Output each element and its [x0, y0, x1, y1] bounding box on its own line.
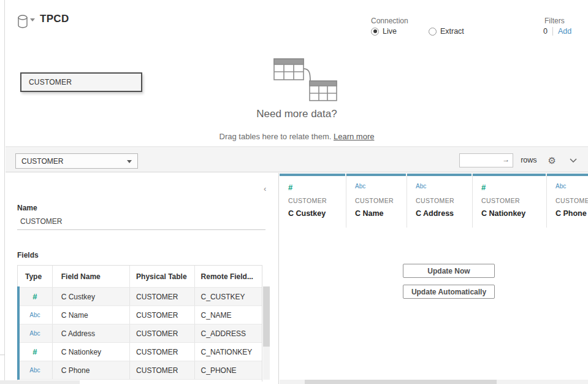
table-row[interactable]: # C Nationkey CUSTOMER C_NATIONKEY: [18, 342, 262, 361]
string-type-icon: Abc: [556, 183, 566, 190]
grid-horizontal-scrollbar[interactable]: [280, 380, 588, 384]
collapse-panel-chevron-icon[interactable]: ‹: [264, 184, 266, 193]
filters-label: Filters: [544, 17, 565, 25]
connection-label: Connection: [371, 17, 408, 25]
string-type-icon: Abc: [355, 183, 365, 190]
table-select-dropdown[interactable]: CUSTOMER: [15, 153, 138, 169]
grid-column-c-phone[interactable]: Abc CUSTOMER C Phone: [547, 174, 588, 228]
data-preview-grid: # CUSTOMER C Custkey Abc CUSTOMER C Name…: [280, 173, 588, 384]
table-chip-customer[interactable]: CUSTOMER: [20, 72, 142, 92]
column-accent-bar: [473, 174, 546, 176]
radio-live-label: Live: [383, 27, 397, 36]
filters-row: 0 Add: [543, 27, 571, 36]
string-type-icon: Abc: [29, 367, 40, 374]
dropdown-triangle-icon: [127, 160, 132, 163]
database-caret-down-icon[interactable]: [30, 18, 35, 21]
column-accent-bar: [280, 174, 345, 176]
update-automatically-button[interactable]: Update Automatically: [403, 285, 495, 299]
table-name-input[interactable]: [17, 215, 265, 230]
rows-label: rows: [521, 156, 536, 164]
grid-column-c-nationkey[interactable]: # CUSTOMER C Nationkey: [473, 174, 547, 228]
scrollbar-thumb[interactable]: [305, 380, 497, 384]
filters-divider: [552, 27, 553, 36]
chevron-down-icon: [570, 158, 577, 163]
column-accent-bar: [346, 174, 406, 176]
table-select-value: CUSTOMER: [21, 157, 63, 166]
table-details-panel: ‹ Name Fields Type Field Name Physical T…: [6, 173, 279, 384]
table-row[interactable]: Abc C Phone CUSTOMER C_PHONE: [18, 361, 262, 379]
radio-extract-label: Extract: [440, 27, 464, 36]
learn-more-link[interactable]: Learn more: [334, 132, 374, 141]
collapse-preview-button[interactable]: [570, 158, 577, 163]
database-icon[interactable]: [17, 15, 28, 28]
preview-toolbar: CUSTOMER → rows ⚙: [6, 148, 588, 172]
col-header-physical-table[interactable]: Physical Table: [130, 266, 194, 287]
relationship-canvas: TPCD Connection Live Extract Filters 0 A…: [6, 0, 588, 147]
fields-vertical-scrollbar[interactable]: [263, 286, 270, 380]
tableau-datasource-page: TPCD Connection Live Extract Filters 0 A…: [0, 0, 588, 384]
grid-column-c-address[interactable]: Abc CUSTOMER C Address: [407, 174, 473, 228]
empty-state-title: Need more data?: [6, 108, 588, 120]
fields-label: Fields: [17, 251, 39, 259]
radio-extract[interactable]: [429, 28, 437, 36]
number-type-icon: #: [288, 183, 292, 192]
table-row[interactable]: Abc C Address CUSTOMER C_ADDRESS: [18, 324, 262, 342]
table-row[interactable]: Abc C Name CUSTOMER C_NAME: [18, 305, 262, 324]
scrollbar-thumb[interactable]: [263, 286, 270, 347]
update-now-button[interactable]: Update Now: [403, 264, 495, 278]
filters-add-link[interactable]: Add: [558, 27, 571, 36]
panel-resize-handle[interactable]: [0, 355, 5, 355]
column-accent-bar: [407, 174, 472, 176]
fields-table: Type Field Name Physical Table Remote Fi…: [17, 265, 262, 382]
fields-table-header: Type Field Name Physical Table Remote Fi…: [18, 266, 262, 287]
empty-state-subtitle: Drag tables here to relate them. Learn m…: [6, 132, 588, 141]
radio-live[interactable]: [371, 28, 379, 36]
panel-horizontal-scrollbar[interactable]: [0, 380, 80, 384]
gear-icon[interactable]: ⚙: [548, 156, 556, 165]
name-label: Name: [17, 204, 37, 212]
col-header-remote-field[interactable]: Remote Field...: [195, 266, 262, 287]
string-type-icon: Abc: [29, 330, 40, 337]
string-type-icon: Abc: [29, 312, 40, 318]
datasource-title: TPCD: [40, 13, 69, 25]
selected-rows-stripe: [17, 286, 20, 380]
grid-column-headers: # CUSTOMER C Custkey Abc CUSTOMER C Name…: [280, 174, 588, 228]
left-rail-panel-edge[interactable]: [0, 0, 5, 384]
filters-count: 0: [543, 27, 548, 36]
col-header-field-name[interactable]: Field Name: [53, 266, 130, 287]
table-chip-label: CUSTOMER: [29, 78, 72, 86]
connection-options: Live Extract: [371, 27, 464, 36]
number-type-icon: #: [481, 183, 486, 192]
string-type-icon: Abc: [416, 183, 426, 190]
number-type-icon: #: [32, 292, 37, 301]
tables-illustration-icon: [265, 55, 339, 104]
number-type-icon: #: [32, 347, 37, 356]
apply-rows-arrow-icon[interactable]: →: [502, 155, 510, 164]
table-row[interactable]: # C Custkey CUSTOMER C_CUSTKEY: [18, 287, 262, 305]
column-accent-bar: [547, 174, 588, 176]
grid-column-c-custkey[interactable]: # CUSTOMER C Custkey: [280, 174, 346, 228]
rows-controls: → rows ⚙: [459, 148, 579, 172]
grid-column-c-name[interactable]: Abc CUSTOMER C Name: [346, 174, 407, 228]
col-header-type[interactable]: Type: [18, 266, 53, 287]
